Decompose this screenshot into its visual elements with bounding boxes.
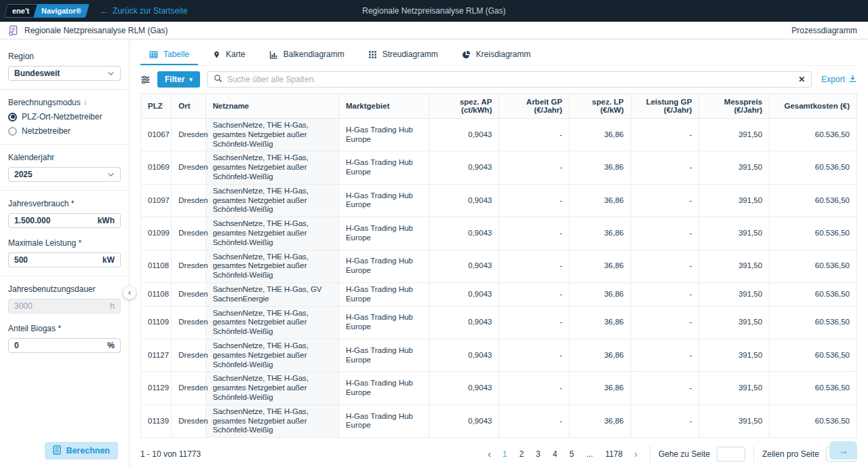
year-select[interactable]: 2025 bbox=[8, 167, 121, 182]
table-cell: - bbox=[499, 151, 570, 184]
tab-balkendiagramm[interactable]: Balkendiagramm bbox=[260, 46, 353, 65]
tab-karte[interactable]: Karte bbox=[204, 46, 254, 65]
table-cell: 60.536,50 bbox=[770, 405, 857, 437]
table-row: 01109DresdenSachsenNetze, THE H-Gas, ges… bbox=[141, 306, 857, 339]
table-cell: - bbox=[631, 372, 699, 405]
table-cell: SachsenNetze, THE H-Gas, gesamtes Netzge… bbox=[205, 250, 338, 282]
table-cell: 391,50 bbox=[699, 184, 770, 217]
column-header[interactable]: Arbeit GP (€/Jahr) bbox=[499, 94, 570, 119]
sidebar-collapse-button[interactable]: ‹ bbox=[123, 286, 136, 299]
filter-button[interactable]: Filter ▾ bbox=[157, 71, 200, 88]
tab-label: Kreisdiagramm bbox=[476, 50, 531, 59]
divider bbox=[0, 190, 129, 191]
table-row: 01099DresdenSachsenNetze, THE H-Gas, ges… bbox=[141, 217, 857, 250]
table-cell: Dresden bbox=[172, 306, 205, 339]
table-cell: Dresden bbox=[172, 250, 205, 282]
table-cell: Dresden bbox=[172, 372, 205, 405]
tab-tabelle[interactable]: Tabelle bbox=[140, 46, 198, 65]
table-cell: - bbox=[499, 119, 570, 151]
max-power-label: Maximale Leistung * bbox=[8, 238, 121, 248]
usage-hours-input bbox=[14, 301, 106, 311]
table-cell: 60.536,50 bbox=[770, 119, 857, 151]
previous-page-button[interactable]: ‹ bbox=[484, 449, 495, 460]
column-header[interactable]: Leistung GP (€/Jahr) bbox=[631, 94, 699, 119]
page-button[interactable]: 5 bbox=[565, 448, 579, 460]
page-button[interactable]: 3 bbox=[531, 448, 545, 460]
column-header[interactable]: Netzname bbox=[205, 94, 338, 119]
table-cell: Dresden bbox=[172, 282, 205, 306]
mode-label-row: Berechnungsmodus i bbox=[8, 98, 121, 107]
page-button[interactable]: 1 bbox=[498, 448, 512, 460]
results-table: PLZOrtNetznameMarktgebietspez. AP (ct/kW… bbox=[140, 93, 857, 438]
search-input[interactable] bbox=[227, 75, 793, 84]
table-row: 01069DresdenSachsenNetze, THE H-Gas, ges… bbox=[141, 151, 857, 184]
table-cell: 01139 bbox=[141, 405, 172, 437]
back-to-start-link[interactable]: ← Zurück zur Startseite bbox=[100, 6, 188, 16]
table-cell: 60.536,50 bbox=[770, 151, 857, 184]
consumption-input[interactable] bbox=[14, 216, 94, 225]
tab-label: Tabelle bbox=[163, 50, 189, 59]
table-cell: 60.536,50 bbox=[770, 339, 857, 371]
table-cell: H-Gas Trading Hub Europe bbox=[338, 119, 429, 151]
clear-search-icon[interactable]: ✕ bbox=[798, 75, 805, 84]
max-power-unit: kW bbox=[102, 255, 115, 265]
table-cell: - bbox=[499, 282, 570, 306]
topbar-title: Regionale Netzpreisanalyse RLM (Gas) bbox=[362, 6, 505, 16]
page-button[interactable]: 2 bbox=[515, 448, 529, 460]
next-step-button[interactable]: → bbox=[829, 441, 857, 460]
table-cell: SachsenNetze, THE H-Gas, gesamtes Netzge… bbox=[205, 339, 338, 371]
column-header[interactable]: Marktgebiet bbox=[338, 94, 429, 119]
table-cell: 391,50 bbox=[699, 405, 770, 437]
table-cell: - bbox=[499, 339, 570, 371]
region-label: Region bbox=[8, 52, 121, 61]
table-cell: 01129 bbox=[141, 372, 172, 405]
table-cell: 01097 bbox=[141, 184, 172, 217]
search-box: ✕ bbox=[207, 71, 812, 88]
column-header[interactable]: Messpreis (€/Jahr) bbox=[699, 94, 770, 119]
arrow-right-icon: → bbox=[838, 445, 848, 456]
table-cell: Dresden bbox=[172, 184, 205, 217]
tab-streudiagramm[interactable]: Streudiagramm bbox=[359, 46, 447, 65]
process-diagram-link[interactable]: Prozessdiagramm bbox=[791, 26, 857, 35]
biogas-input[interactable] bbox=[14, 341, 103, 350]
tab-bar: TabelleKarteBalkendiagrammStreudiagrammK… bbox=[140, 46, 857, 66]
column-header[interactable]: spez. LP (€/kW) bbox=[570, 94, 631, 119]
column-header[interactable]: spez. AP (ct/kWh) bbox=[429, 94, 499, 119]
page-button[interactable]: 4 bbox=[548, 448, 562, 460]
column-header[interactable]: Ort bbox=[172, 94, 205, 119]
tab-kreisdiagramm[interactable]: Kreisdiagramm bbox=[453, 46, 540, 65]
pager: ‹ 12345...1178 › bbox=[484, 448, 642, 460]
column-header[interactable]: Gesamtkosten (€) bbox=[770, 94, 857, 119]
back-arrow-icon: ← bbox=[100, 6, 108, 16]
next-page-button[interactable]: › bbox=[630, 449, 642, 460]
table-cell: H-Gas Trading Hub Europe bbox=[338, 339, 429, 371]
page-button[interactable]: 1178 bbox=[600, 448, 627, 460]
radio-option[interactable]: Netzbetreiber bbox=[8, 126, 121, 136]
back-link-label: Zurück zur Startseite bbox=[113, 6, 188, 16]
max-power-input[interactable] bbox=[14, 255, 98, 265]
region-select[interactable]: Bundesweit bbox=[8, 66, 121, 81]
map-pin-icon bbox=[213, 50, 220, 59]
table-cell: SachsenNetze, THE H-Gas, gesamtes Netzge… bbox=[205, 372, 338, 405]
table-cell: SachsenNetze, THE H-Gas, gesamtes Netzge… bbox=[205, 151, 338, 184]
table-cell: 391,50 bbox=[699, 339, 770, 371]
page-list: 12345...1178 bbox=[498, 448, 627, 460]
goto-page-input[interactable] bbox=[717, 447, 745, 462]
table-cell: 0,9043 bbox=[429, 372, 499, 405]
table-row: 01108DresdenSachsenNetze, THE H-Gas, GV … bbox=[141, 282, 857, 306]
search-icon bbox=[214, 74, 222, 85]
calculate-button[interactable]: Berechnen bbox=[45, 442, 118, 460]
table-cell: H-Gas Trading Hub Europe bbox=[338, 405, 429, 437]
radio-icon bbox=[8, 113, 17, 122]
radio-option[interactable]: PLZ-Ort-Netzbetreiber bbox=[8, 112, 121, 122]
export-button[interactable]: Export bbox=[821, 74, 857, 85]
tab-label: Karte bbox=[226, 50, 245, 59]
table-cell: 0,9043 bbox=[429, 217, 499, 250]
year-label: Kalenderjahr bbox=[8, 153, 121, 162]
table-cell: 391,50 bbox=[699, 217, 770, 250]
column-header[interactable]: PLZ bbox=[141, 94, 172, 119]
column-settings-icon[interactable] bbox=[140, 75, 151, 85]
enet-navigator-logo[interactable]: ene't Navigator® bbox=[3, 4, 90, 18]
consumption-label: Jahresverbrauch * bbox=[8, 199, 121, 208]
info-icon[interactable]: i bbox=[85, 98, 86, 107]
